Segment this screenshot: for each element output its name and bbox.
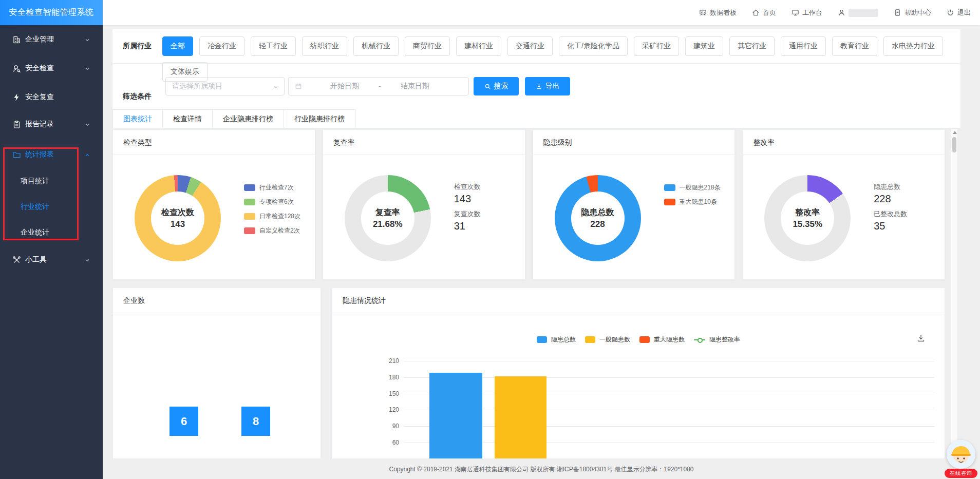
legend-swatch	[639, 336, 650, 343]
legend-item-隐患整改率[interactable]: 隐患整改率	[694, 335, 740, 344]
legend-item-重大隐患数[interactable]: 重大隐患数	[639, 335, 685, 344]
y-axis-tick: 150	[363, 390, 399, 397]
industry-button[interactable]: 水电热力行业	[883, 36, 943, 56]
sidebar-subitem-label: 企业统计	[21, 228, 49, 237]
power-icon	[947, 9, 954, 16]
legend-label: 自定义检查2次	[259, 226, 300, 235]
sidebar-subitem-industry-stats[interactable]: 行业统计	[0, 202, 103, 212]
hazard-level-donut-chart[interactable]: 隐患总数 228	[555, 175, 641, 261]
industry-button[interactable]: 商贸行业	[405, 36, 450, 56]
calendar-icon	[295, 83, 302, 90]
top-nav: 数据看板首页工作台帮助中心退出	[699, 0, 971, 25]
chevron-down-icon	[84, 36, 90, 43]
sidebar-subitem-project-stats[interactable]: 项目统计	[0, 176, 103, 186]
sidebar-item-safety-recheck[interactable]: 安全复查	[0, 91, 103, 103]
vertical-scrollbar[interactable]	[951, 128, 958, 459]
legend-swatch	[585, 336, 595, 343]
home-icon	[752, 9, 760, 16]
page: 安全检查智能管理系统 数据看板首页工作台帮助中心退出 企业管理安全检查安全复查报…	[0, 0, 980, 479]
sidebar-item-report-record[interactable]: 报告记录	[0, 119, 103, 130]
tab-行业隐患排行榜[interactable]: 行业隐患排行榜	[284, 109, 355, 128]
tab-图表统计[interactable]: 图表统计	[112, 109, 163, 128]
project-select[interactable]: 请选择所属项目	[165, 77, 285, 95]
industry-button[interactable]: 冶金行业	[199, 36, 244, 56]
card-review-rate: 复查率 复查率 21.68% 检查次数143复查次数31	[323, 129, 525, 280]
export-button[interactable]: 导出	[525, 77, 570, 95]
legend-item: 一般隐患218条	[664, 183, 721, 192]
card-title: 检查类型	[123, 138, 152, 147]
sidebar-item-safety-check[interactable]: 安全检查	[0, 63, 103, 74]
date-range-picker[interactable]: 开始日期 - 结束日期	[288, 77, 469, 95]
online-consult-widget[interactable]: 在线咨询	[944, 440, 978, 479]
search-button[interactable]: 搜索	[474, 77, 519, 95]
app-logo: 安全检查智能管理系统	[0, 0, 103, 25]
nav-item-label: 数据看板	[710, 8, 737, 17]
card-title: 企业数	[123, 296, 145, 305]
sidebar-item-enterprise-mgmt[interactable]: 企业管理	[0, 34, 103, 45]
legend-item-隐患总数[interactable]: 隐患总数	[537, 335, 576, 344]
industry-button[interactable]: 交通行业	[507, 36, 553, 56]
user-name-redacted	[849, 9, 878, 17]
legend-item: 重大隐患10条	[664, 198, 721, 206]
nav-item-home[interactable]: 首页	[752, 8, 776, 17]
project-select-placeholder: 请选择所属项目	[172, 82, 222, 91]
industry-button[interactable]: 教育行业	[832, 36, 877, 56]
legend-label: 隐患总数	[551, 335, 576, 344]
company-count-bar: 6	[169, 407, 198, 436]
check-type-donut-chart[interactable]: 检查次数 143	[135, 175, 221, 261]
grid-line	[404, 361, 934, 361]
download-chart-icon[interactable]	[917, 334, 925, 342]
card-title: 复查率	[333, 138, 355, 147]
industry-button[interactable]: 建材行业	[456, 36, 501, 56]
end-date-placeholder: 结束日期	[401, 82, 429, 91]
bar-隐患总数[interactable]	[429, 373, 482, 459]
nav-item-user[interactable]	[838, 9, 878, 17]
nav-item-data-board[interactable]: 数据看板	[699, 8, 737, 17]
industry-button[interactable]: 其它行业	[729, 36, 775, 56]
industry-button[interactable]: 机械行业	[353, 36, 399, 56]
nav-item-logout[interactable]: 退出	[947, 8, 971, 17]
card-rectify-rate: 整改率 整改率 15.35% 隐患总数228已整改总数35	[742, 129, 945, 280]
card-title: 整改率	[753, 138, 775, 147]
industry-button[interactable]: 化工/危险化学品	[559, 36, 628, 56]
legend-item: 自定义检查2次	[244, 226, 300, 235]
nav-item-workbench[interactable]: 工作台	[791, 8, 822, 17]
sidebar-subitem-company-stats[interactable]: 企业统计	[0, 227, 103, 238]
grid-line	[404, 443, 934, 443]
stat-label: 隐患总数	[874, 182, 907, 191]
chart-cards-row: 检查类型 检查次数 143 行业检查7次专项检查6次日常检查128次自定义检查2…	[112, 129, 945, 280]
industry-button[interactable]: 建筑业	[685, 36, 723, 56]
industry-filter-label: 所属行业	[123, 42, 152, 51]
bar-一般隐患数[interactable]	[495, 376, 546, 459]
scroll-up-arrow[interactable]	[953, 131, 957, 134]
industry-button[interactable]: 轻工行业	[251, 36, 296, 56]
legend-swatch	[244, 213, 255, 220]
legend-item: 日常检查128次	[244, 212, 300, 221]
nav-item-help-center[interactable]: 帮助中心	[894, 8, 931, 17]
nav-item-label: 首页	[763, 8, 776, 17]
industry-button[interactable]: 纺织行业	[302, 36, 347, 56]
scrollbar-thumb[interactable]	[952, 137, 956, 152]
grid-line	[404, 410, 934, 410]
industry-button[interactable]: 采矿行业	[634, 36, 679, 56]
sidebar-item-label: 统计报表	[25, 150, 54, 159]
card-check-type: 检查类型 检查次数 143 行业检查7次专项检查6次日常检查128次自定义检查2…	[112, 129, 315, 280]
stat-value: 35	[874, 220, 907, 232]
rectify-rate-donut-chart[interactable]: 整改率 15.35%	[764, 175, 851, 261]
sidebar-item-tools[interactable]: 小工具	[0, 254, 103, 265]
industry-button[interactable]: 全部	[162, 36, 193, 56]
bottom-cards-row: 企业数 68 隐患情况统计 隐患总数一般隐患数重大隐患数隐患整改率 210180…	[112, 288, 945, 459]
card-title: 隐患级别	[543, 138, 572, 147]
sidebar-item-stats-report[interactable]: 统计报表	[0, 149, 103, 160]
tab-检查详情[interactable]: 检查详情	[163, 109, 213, 128]
review-rate-donut-chart[interactable]: 复查率 21.68%	[345, 175, 431, 261]
top-header: 安全检查智能管理系统 数据看板首页工作台帮助中心退出	[0, 0, 980, 25]
legend-label: 行业检查7次	[259, 183, 294, 192]
legend-label: 一般隐患218条	[680, 183, 721, 192]
legend-item-一般隐患数[interactable]: 一般隐患数	[585, 335, 630, 344]
industry-button[interactable]: 通用行业	[781, 36, 826, 56]
tools-icon	[12, 256, 21, 264]
tab-企业隐患排行榜[interactable]: 企业隐患排行榜	[213, 109, 284, 128]
check-type-legend: 行业检查7次专项检查6次日常检查128次自定义检查2次	[244, 183, 300, 235]
legend-swatch	[244, 184, 255, 191]
